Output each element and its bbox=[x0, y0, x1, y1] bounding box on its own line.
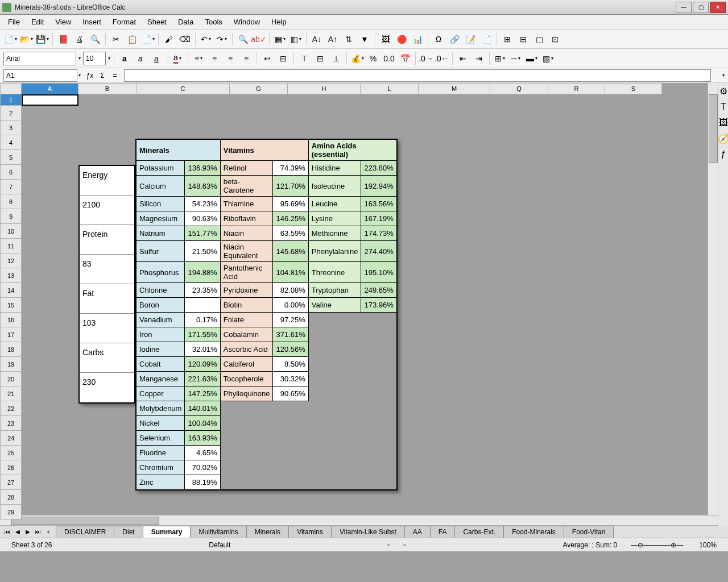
vitamin-name-cell[interactable]: Phylloquinone bbox=[220, 386, 273, 401]
column-header-A[interactable]: A bbox=[22, 83, 78, 94]
column-header-R[interactable]: R bbox=[548, 83, 605, 94]
row-header-11[interactable]: 11 bbox=[0, 239, 22, 253]
border-color-button[interactable]: ▬▾ bbox=[525, 52, 539, 65]
mineral-name-cell[interactable]: Vanadium bbox=[136, 313, 185, 327]
sheet-tab-food-vitan[interactable]: Food-Vitan bbox=[564, 526, 614, 538]
split-button[interactable]: ⊟ bbox=[516, 32, 530, 46]
formula-input[interactable] bbox=[124, 69, 711, 82]
row-header-29[interactable]: 29 bbox=[0, 505, 22, 519]
tab-last-button[interactable]: ⏭ bbox=[33, 527, 43, 537]
vitamin-value-cell[interactable]: 95.69% bbox=[273, 197, 308, 211]
sheet-tab-summary[interactable]: Summary bbox=[143, 526, 191, 538]
row-header-1[interactable]: 1 bbox=[0, 94, 22, 106]
aa-name-cell[interactable]: Isoleucine bbox=[308, 176, 361, 197]
sidebar-functions-icon[interactable]: ƒ bbox=[718, 147, 728, 163]
mineral-name-cell[interactable]: Selenium bbox=[136, 431, 185, 446]
mineral-value-cell[interactable]: 70.02% bbox=[185, 460, 220, 475]
aa-value-cell[interactable]: 192.94% bbox=[361, 176, 397, 197]
mineral-name-cell[interactable]: Nickel bbox=[136, 416, 185, 431]
row-header-12[interactable]: 12 bbox=[0, 253, 22, 268]
redo-button[interactable]: ↷▾ bbox=[215, 32, 229, 46]
background-color-button[interactable]: ▨▾ bbox=[541, 52, 555, 65]
mineral-value-cell[interactable] bbox=[185, 298, 220, 313]
mineral-value-cell[interactable]: 194.88% bbox=[185, 262, 220, 283]
function-wizard-button[interactable]: ƒx bbox=[84, 70, 96, 81]
mineral-name-cell[interactable]: Silicon bbox=[136, 197, 185, 211]
vitamin-name-cell[interactable]: Calciferol bbox=[220, 357, 273, 372]
row-header-26[interactable]: 26 bbox=[0, 460, 22, 475]
zoom-level[interactable]: 100% bbox=[692, 541, 723, 549]
mineral-name-cell[interactable]: Phosphorus bbox=[136, 262, 185, 283]
align-top-button[interactable]: ⊤ bbox=[297, 52, 311, 65]
mineral-name-cell[interactable]: Natrium bbox=[136, 226, 185, 241]
data-sources-button[interactable]: ⊡ bbox=[548, 32, 562, 46]
sheet-tab-vitamin-like-subst[interactable]: Vitamin-Like Subst bbox=[331, 526, 405, 538]
column-header-B[interactable]: B bbox=[78, 83, 136, 94]
aa-value-cell[interactable]: 223.80% bbox=[361, 161, 397, 176]
aa-value-cell[interactable]: 173.96% bbox=[361, 298, 397, 313]
minerals-header[interactable]: Minerals bbox=[136, 139, 220, 161]
tab-prev-button[interactable]: ◀ bbox=[13, 527, 23, 537]
spellcheck-button[interactable]: ab✓ bbox=[252, 32, 266, 46]
row-header-22[interactable]: 22 bbox=[0, 401, 22, 416]
row-header-9[interactable]: 9 bbox=[0, 209, 22, 224]
align-center-h-button[interactable]: ≡ bbox=[208, 52, 221, 65]
sheet-tab-multivitamins[interactable]: Multivitamins bbox=[190, 526, 246, 538]
mineral-name-cell[interactable]: Fluorine bbox=[136, 446, 185, 460]
pivot-table-button[interactable]: 📊 bbox=[411, 32, 424, 46]
active-cell[interactable] bbox=[22, 94, 78, 106]
save-button[interactable]: 💾▾ bbox=[35, 32, 49, 46]
vertical-scrollbar[interactable] bbox=[708, 83, 718, 515]
vitamin-value-cell[interactable]: 146.25% bbox=[273, 211, 308, 226]
vitamins-header[interactable]: Vitamins bbox=[220, 139, 308, 161]
copy-button[interactable]: 📋 bbox=[125, 32, 139, 46]
vitamin-name-cell[interactable]: Niacin bbox=[220, 226, 273, 241]
number-format-button[interactable]: 0.0 bbox=[382, 52, 396, 65]
zoom-slider[interactable]: —⊖————⊕— bbox=[624, 541, 692, 549]
horizontal-scrollbar-thumb[interactable] bbox=[11, 517, 159, 525]
vitamin-value-cell[interactable]: 90.65% bbox=[273, 386, 308, 401]
vitamin-name-cell[interactable]: Riboflavin bbox=[220, 211, 273, 226]
borders-button[interactable]: ⊞▾ bbox=[493, 52, 507, 65]
column-header-C[interactable]: C bbox=[136, 83, 230, 94]
row-header-3[interactable]: 3 bbox=[0, 120, 22, 135]
mineral-name-cell[interactable]: Magnesium bbox=[136, 211, 185, 226]
energy-cell[interactable]: Energy bbox=[80, 166, 134, 196]
aa-name-cell[interactable]: Tryptophan bbox=[308, 283, 361, 298]
mineral-value-cell[interactable]: 163.93% bbox=[185, 431, 220, 446]
column-header-S[interactable]: S bbox=[605, 83, 662, 94]
energy-cell[interactable]: Fat bbox=[80, 284, 134, 314]
cut-button[interactable]: ✂ bbox=[109, 32, 123, 46]
row-header-21[interactable]: 21 bbox=[0, 386, 22, 401]
mineral-value-cell[interactable]: 148.63% bbox=[185, 176, 220, 197]
vitamin-name-cell[interactable]: Folate bbox=[220, 313, 273, 327]
vitamin-value-cell[interactable]: 8.50% bbox=[273, 357, 308, 372]
row-header-7[interactable]: 7 bbox=[0, 180, 22, 194]
format-paintbrush-button[interactable]: 🖌 bbox=[162, 32, 176, 46]
menu-format[interactable]: Format bbox=[107, 15, 142, 28]
aa-value-cell[interactable]: 174.73% bbox=[361, 226, 397, 241]
mineral-value-cell[interactable]: 54.23% bbox=[185, 197, 220, 211]
aa-name-cell[interactable]: Lysine bbox=[308, 211, 361, 226]
vitamin-value-cell[interactable]: 145.68% bbox=[273, 241, 308, 262]
aa-name-cell[interactable]: Valine bbox=[308, 298, 361, 313]
border-style-button[interactable]: ─▾ bbox=[509, 52, 523, 65]
sidebar-gallery-icon[interactable]: 🖼 bbox=[718, 115, 728, 131]
vitamin-name-cell[interactable]: Biotin bbox=[220, 298, 273, 313]
mineral-name-cell[interactable]: Zinc bbox=[136, 475, 185, 490]
vitamin-name-cell[interactable]: Thiamine bbox=[220, 197, 273, 211]
sheet-tab-minerals[interactable]: Minerals bbox=[246, 526, 289, 538]
align-bottom-button[interactable]: ⊥ bbox=[329, 52, 343, 65]
menu-tools[interactable]: Tools bbox=[199, 15, 228, 28]
aa-name-cell[interactable]: Leucine bbox=[308, 197, 361, 211]
close-button[interactable]: ✕ bbox=[710, 2, 726, 13]
vitamin-value-cell[interactable]: 82.08% bbox=[273, 283, 308, 298]
column-header-L[interactable]: L bbox=[361, 83, 419, 94]
mineral-value-cell[interactable]: 140.01% bbox=[185, 401, 220, 416]
currency-button[interactable]: 💰▾ bbox=[350, 52, 364, 65]
sheet-tab-vitamins[interactable]: Vitamins bbox=[288, 526, 332, 538]
vitamin-value-cell[interactable]: 63.59% bbox=[273, 226, 308, 241]
mineral-name-cell[interactable]: Cobalt bbox=[136, 357, 185, 372]
print-preview-button[interactable]: 🔍 bbox=[88, 32, 102, 46]
column-header-G[interactable]: G bbox=[230, 83, 288, 94]
